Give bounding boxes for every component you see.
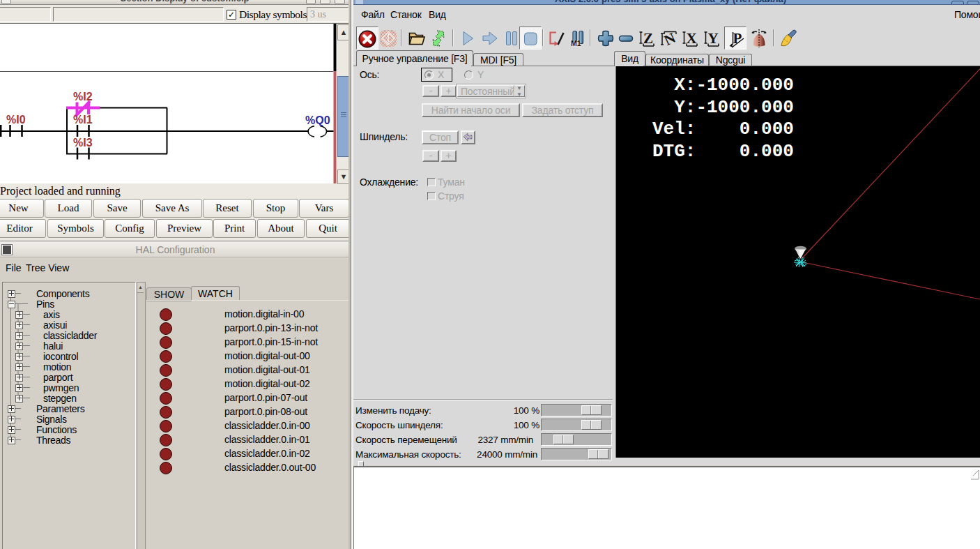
svg-text:M1: M1 (571, 39, 581, 47)
svg-text:%I1: %I1 (73, 114, 93, 126)
svg-text:%I0: %I0 (6, 114, 26, 126)
svg-text:%I3: %I3 (73, 137, 93, 149)
svg-text:%Q0: %Q0 (305, 114, 330, 126)
svg-text:Z: Z (643, 30, 653, 47)
svg-text:X: X (686, 30, 696, 47)
svg-text:%I2: %I2 (73, 91, 93, 103)
svg-text:Y: Y (707, 30, 718, 47)
svg-text:P: P (733, 30, 742, 47)
